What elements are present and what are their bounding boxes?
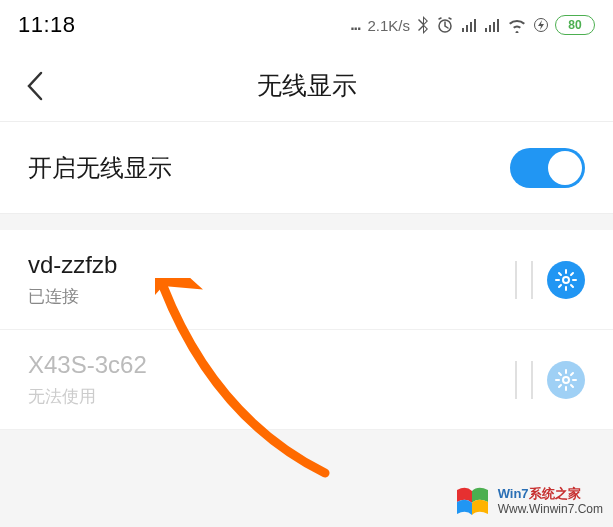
enable-toggle-label: 开启无线显示 (28, 152, 172, 184)
device-status: 已连接 (28, 285, 117, 308)
signal-icon-2 (484, 18, 500, 32)
header: 无线显示 (0, 50, 613, 122)
divider (515, 261, 517, 299)
bluetooth-icon (417, 16, 429, 34)
network-speed: 2.1K/s (367, 17, 410, 34)
device-name: vd-zzfzb (28, 251, 117, 279)
charging-icon (534, 16, 548, 34)
enable-toggle[interactable] (510, 148, 585, 188)
battery-indicator: 80 (555, 15, 595, 35)
gear-icon (555, 369, 577, 391)
battery-percent: 80 (568, 18, 581, 32)
device-actions (515, 261, 585, 299)
signal-icon-1 (461, 18, 477, 32)
device-status: 无法使用 (28, 385, 147, 408)
divider (515, 361, 517, 399)
divider (531, 361, 533, 399)
back-button[interactable] (20, 71, 50, 101)
device-row-x43s[interactable]: X43S-3c62 无法使用 (0, 330, 613, 430)
watermark-brand: Win7系统之家 (498, 486, 603, 502)
device-settings-button[interactable] (547, 261, 585, 299)
watermark-url: Www.Winwin7.Com (498, 502, 603, 516)
toggle-knob (548, 151, 582, 185)
watermark: Win7系统之家 Www.Winwin7.Com (454, 485, 603, 517)
device-info: X43S-3c62 无法使用 (28, 351, 147, 408)
svg-point-3 (563, 377, 569, 383)
chevron-left-icon (26, 71, 44, 101)
section-gap (0, 214, 613, 230)
device-row-vd-zzfzb[interactable]: vd-zzfzb 已连接 (0, 230, 613, 330)
divider (531, 261, 533, 299)
status-bar: 11:18 2.1K/s 80 (0, 0, 613, 50)
device-name: X43S-3c62 (28, 351, 147, 379)
watermark-text: Win7系统之家 Www.Winwin7.Com (498, 486, 603, 516)
svg-point-2 (563, 277, 569, 283)
status-time: 11:18 (18, 12, 76, 38)
gear-icon (555, 269, 577, 291)
alarm-icon (436, 16, 454, 34)
wifi-icon (507, 18, 527, 33)
enable-wireless-display-row: 开启无线显示 (0, 122, 613, 214)
more-dots-icon (350, 16, 360, 34)
watermark-logo (454, 485, 492, 517)
device-info: vd-zzfzb 已连接 (28, 251, 117, 308)
status-indicators: 2.1K/s 80 (350, 15, 595, 35)
page-title: 无线显示 (257, 69, 357, 102)
device-actions (515, 361, 585, 399)
device-settings-button[interactable] (547, 361, 585, 399)
